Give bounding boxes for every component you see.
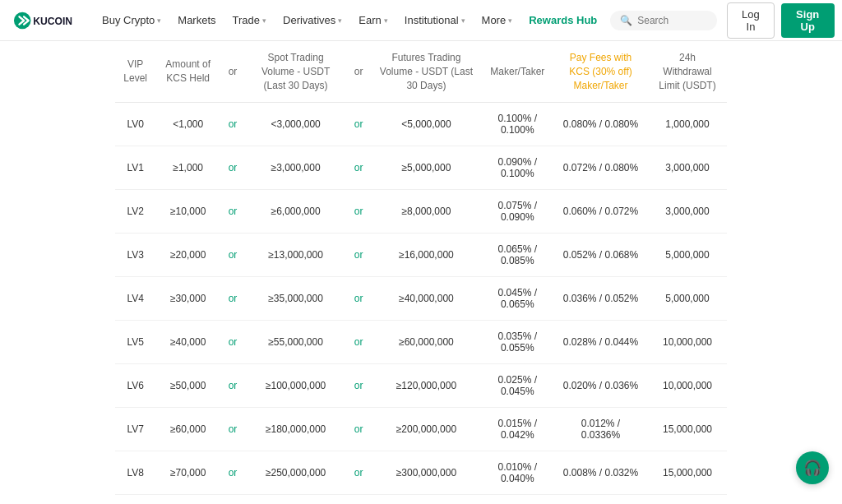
cell-withdrawal: 1,000,000	[648, 103, 727, 146]
cell-or-1: or	[220, 451, 245, 495]
cell-spot: ≥35,000,000	[245, 277, 346, 321]
cell-spot: ≥3,000,000	[245, 146, 346, 190]
cell-futures: <5,000,000	[371, 103, 481, 146]
headphone-icon: 🎧	[803, 459, 821, 477]
th-spot: Spot Trading Volume - USDT (Last 30 Days…	[245, 41, 346, 103]
signup-button[interactable]: Sign Up	[781, 3, 835, 38]
cell-withdrawal: 10,000,000	[648, 364, 727, 408]
cell-or-2: or	[346, 103, 371, 146]
cell-futures: ≥60,000,000	[371, 321, 481, 364]
cell-vip: LV3	[115, 234, 155, 277]
navbar: KUCOIN Buy Crypto ▾ Markets Trade ▾ Deri…	[0, 0, 842, 41]
login-button[interactable]: Log In	[727, 2, 774, 39]
th-withdrawal: 24h Withdrawal Limit (USDT)	[648, 41, 727, 103]
cell-pay-fees: 0.000% / 0.032%	[553, 495, 648, 504]
cell-pay-fees: 0.012% / 0.0336%	[553, 408, 648, 451]
cell-vip: LV6	[115, 364, 155, 408]
logo[interactable]: KUCOIN	[13, 9, 82, 32]
table-row: LV7 ≥60,000 or ≥180,000,000 or ≥200,000,…	[115, 408, 727, 451]
cell-withdrawal: 5,000,000	[648, 234, 727, 277]
cell-or-2: or	[346, 495, 371, 504]
chevron-down-icon: ▾	[338, 16, 342, 25]
cell-kcs: ≥60,000	[155, 408, 220, 451]
table-row: LV8 ≥70,000 or ≥250,000,000 or ≥300,000,…	[115, 451, 727, 495]
cell-maker-taker: 0.045% / 0.065%	[482, 277, 553, 321]
cell-spot: ≥55,000,000	[245, 321, 346, 364]
nav-institutional[interactable]: Institutional ▾	[398, 0, 472, 41]
cell-kcs: ≥70,000	[155, 451, 220, 495]
cell-withdrawal: 10,000,000	[648, 321, 727, 364]
cell-spot: ≥180,000,000	[245, 408, 346, 451]
cell-vip: LV8	[115, 451, 155, 495]
nav-trade[interactable]: Trade ▾	[226, 0, 273, 41]
cell-or-1: or	[220, 146, 245, 190]
cell-or-1: or	[220, 234, 245, 277]
th-or-1: or	[220, 41, 245, 103]
table-row: LV1 ≥1,000 or ≥3,000,000 or ≥5,000,000 0…	[115, 146, 727, 190]
cell-vip: LV7	[115, 408, 155, 451]
cell-futures: ≥300,000,000	[371, 451, 481, 495]
chevron-down-icon: ▾	[262, 16, 266, 25]
cell-kcs: <1,000	[155, 103, 220, 146]
cell-pay-fees: 0.052% / 0.068%	[553, 234, 648, 277]
table-row: LV6 ≥50,000 or ≥100,000,000 or ≥120,000,…	[115, 364, 727, 408]
support-button[interactable]: 🎧	[796, 451, 829, 484]
cell-futures: ≥120,000,000	[371, 364, 481, 408]
cell-or-1: or	[220, 190, 245, 234]
th-kcs-held: Amount of KCS Held	[155, 41, 220, 103]
cell-kcs: ≥20,000	[155, 234, 220, 277]
cell-or-1: or	[220, 321, 245, 364]
nav-rewards-hub[interactable]: Rewards Hub	[522, 0, 604, 41]
cell-withdrawal: 3,000,000	[648, 146, 727, 190]
search-input[interactable]	[637, 15, 711, 26]
cell-or-2: or	[346, 451, 371, 495]
cell-or-2: or	[346, 364, 371, 408]
vip-fee-table: VIP Level Amount of KCS Held or Spot Tra…	[115, 41, 727, 504]
cell-withdrawal: 15,000,000	[648, 408, 727, 451]
nav-derivatives[interactable]: Derivatives ▾	[276, 0, 349, 41]
cell-or-2: or	[346, 190, 371, 234]
cell-vip: LV9	[115, 495, 155, 504]
th-futures: Futures Trading Volume - USDT (Last 30 D…	[371, 41, 481, 103]
nav-buy-crypto[interactable]: Buy Crypto ▾	[95, 0, 168, 41]
cell-spot: <3,000,000	[245, 103, 346, 146]
cell-pay-fees: 0.080% / 0.080%	[553, 103, 648, 146]
nav-more[interactable]: More ▾	[475, 0, 520, 41]
cell-maker-taker: 0.025% / 0.045%	[482, 364, 553, 408]
cell-or-1: or	[220, 408, 245, 451]
cell-maker-taker: 0.100% / 0.100%	[482, 103, 553, 146]
cell-kcs: ≥80,000	[155, 495, 220, 504]
cell-spot: ≥250,000,000	[245, 451, 346, 495]
cell-maker-taker: 0.090% / 0.100%	[482, 146, 553, 190]
cell-maker-taker: 0.015% / 0.042%	[482, 408, 553, 451]
table-row: LV5 ≥40,000 or ≥55,000,000 or ≥60,000,00…	[115, 321, 727, 364]
cell-spot: ≥13,000,000	[245, 234, 346, 277]
cell-kcs: ≥1,000	[155, 146, 220, 190]
cell-or-2: or	[346, 234, 371, 277]
cell-vip: LV2	[115, 190, 155, 234]
cell-or-2: or	[346, 408, 371, 451]
chevron-down-icon: ▾	[384, 16, 388, 25]
th-or-2: or	[346, 41, 371, 103]
cell-spot: ≥350,000,000	[245, 495, 346, 504]
cell-futures: ≥40,000,000	[371, 277, 481, 321]
cell-futures: ≥400,000,000	[371, 495, 481, 504]
search-box[interactable]: 🔍	[610, 11, 717, 30]
cell-kcs: ≥40,000	[155, 321, 220, 364]
nav-markets[interactable]: Markets	[171, 0, 222, 41]
chevron-down-icon: ▾	[157, 16, 161, 25]
cell-or-1: or	[220, 103, 245, 146]
navbar-actions: Log In Sign Up ⬇ 🌐 USD	[727, 2, 842, 39]
table-row: LV4 ≥30,000 or ≥35,000,000 or ≥40,000,00…	[115, 277, 727, 321]
chevron-down-icon: ▾	[508, 16, 512, 25]
cell-futures: ≥5,000,000	[371, 146, 481, 190]
nav-earn[interactable]: Earn ▾	[352, 0, 394, 41]
cell-withdrawal: 30,000,000	[648, 495, 727, 504]
cell-maker-taker: 0.075% / 0.090%	[482, 190, 553, 234]
th-pay-fees: Pay Fees with KCS (30% off) Maker/Taker	[553, 41, 648, 103]
cell-or-2: or	[346, 277, 371, 321]
cell-or-1: or	[220, 364, 245, 408]
cell-pay-fees: 0.020% / 0.036%	[553, 364, 648, 408]
cell-kcs: ≥50,000	[155, 364, 220, 408]
th-vip-level: VIP Level	[115, 41, 155, 103]
